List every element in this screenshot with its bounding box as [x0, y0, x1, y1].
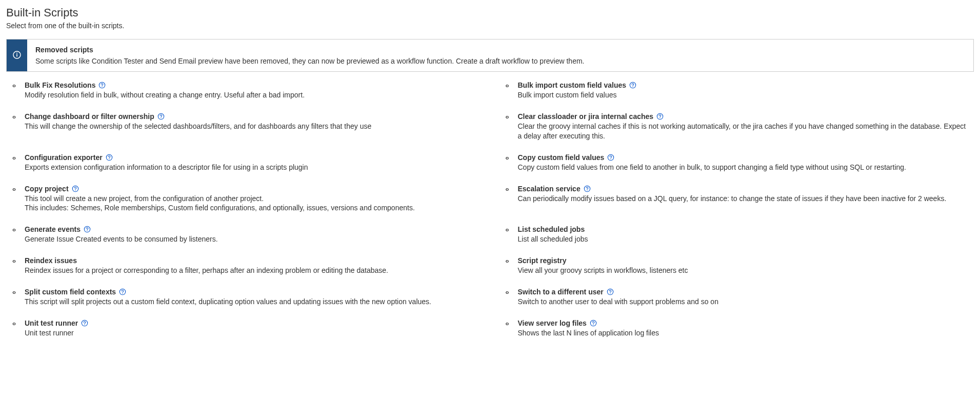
help-icon[interactable] — [157, 113, 165, 120]
script-item[interactable]: ‹›List scheduled jobsList all scheduled … — [506, 225, 968, 244]
script-title[interactable]: Script registry — [518, 256, 567, 265]
script-desc: Exports extension configuration informat… — [25, 163, 475, 172]
help-icon[interactable] — [629, 82, 636, 89]
help-icon[interactable] — [84, 226, 91, 233]
script-desc: Modify resolution field in bulk, without… — [25, 90, 475, 100]
script-title[interactable]: Change dashboard or filter ownership — [25, 112, 154, 121]
script-desc: List all scheduled jobs — [518, 234, 968, 244]
info-panel-title: Removed scripts — [35, 46, 585, 54]
help-icon[interactable] — [607, 154, 614, 161]
script-title[interactable]: Escalation service — [518, 185, 581, 193]
svg-point-14 — [611, 158, 611, 159]
script-arrow-icon: ‹› — [506, 113, 513, 121]
script-desc: Unit test runner — [25, 328, 475, 338]
script-item[interactable]: ‹›Bulk Fix ResolutionsModify resolution … — [12, 81, 475, 100]
svg-point-8 — [161, 117, 161, 118]
script-desc: This will change the ownership of the se… — [25, 122, 475, 131]
script-title[interactable]: View server log files — [518, 319, 587, 327]
script-arrow-icon: ‹› — [12, 186, 19, 193]
svg-point-24 — [610, 293, 610, 293]
script-item[interactable]: ‹›Clear classloader or jira internal cac… — [506, 112, 968, 141]
script-item[interactable]: ‹›Switch to a different userSwitch to an… — [506, 288, 968, 307]
script-arrow-icon: ‹› — [506, 320, 513, 327]
help-icon[interactable] — [98, 82, 106, 89]
script-arrow-icon: ‹› — [506, 289, 513, 296]
script-item[interactable]: ‹›Copy projectThis tool will create a ne… — [12, 185, 475, 213]
script-arrow-icon: ‹› — [506, 257, 513, 265]
info-panel: Removed scripts Some scripts like Condit… — [6, 39, 974, 72]
help-icon[interactable] — [607, 288, 614, 295]
script-item[interactable]: ‹›Change dashboard or filter ownershipTh… — [12, 112, 475, 141]
svg-point-26 — [85, 324, 85, 325]
svg-point-18 — [587, 190, 587, 190]
script-title[interactable]: Bulk import custom field values — [518, 81, 627, 89]
help-icon[interactable] — [584, 185, 591, 192]
script-item[interactable]: ‹›Script registryView all your groovy sc… — [506, 256, 968, 275]
script-title[interactable]: Copy project — [25, 185, 69, 193]
script-desc: This script will split projects out a cu… — [25, 297, 475, 307]
help-icon[interactable] — [656, 113, 664, 120]
info-panel-bar — [7, 39, 27, 71]
script-item[interactable]: ‹›Configuration exporterExports extensio… — [12, 153, 475, 172]
help-icon[interactable] — [81, 320, 88, 327]
script-desc: Reindex issues for a project or correspo… — [25, 266, 475, 275]
script-title[interactable]: Switch to a different user — [518, 288, 604, 296]
help-icon[interactable] — [106, 154, 113, 161]
svg-point-4 — [102, 86, 103, 87]
script-item[interactable]: ‹›View server log filesShows the last N … — [506, 319, 968, 338]
script-arrow-icon: ‹› — [506, 82, 513, 89]
script-arrow-icon: ‹› — [506, 186, 513, 193]
script-arrow-icon: ‹› — [12, 257, 19, 265]
script-item[interactable]: ‹›Copy custom field valuesCopy custom fi… — [506, 153, 968, 172]
help-icon[interactable] — [590, 320, 597, 327]
info-panel-body: Removed scripts Some scripts like Condit… — [27, 39, 593, 71]
script-desc: View all your groovy scripts in workflow… — [518, 266, 968, 275]
script-arrow-icon: ‹› — [506, 154, 513, 162]
script-title[interactable]: Copy custom field values — [518, 153, 605, 162]
script-desc: Switch to another user to deal with supp… — [518, 297, 968, 307]
script-arrow-icon: ‹› — [506, 226, 513, 233]
script-title[interactable]: Clear classloader or jira internal cache… — [518, 112, 654, 121]
script-desc: Generate Issue Created events to be cons… — [25, 234, 475, 244]
script-title[interactable]: Unit test runner — [25, 319, 78, 327]
script-item[interactable]: ‹›Reindex issuesReindex issues for a pro… — [12, 256, 475, 275]
script-item[interactable]: ‹›Bulk import custom field valuesBulk im… — [506, 81, 968, 100]
script-item[interactable]: ‹›Escalation serviceCan periodically mod… — [506, 185, 968, 213]
page-subtitle: Select from one of the built-in scripts. — [6, 22, 974, 30]
script-item[interactable]: ‹›Unit test runnerUnit test runner — [12, 319, 475, 338]
script-desc: Clear the groovy internal caches if this… — [518, 122, 968, 141]
help-icon[interactable] — [119, 288, 126, 295]
script-item[interactable]: ‹›Split custom field contextsThis script… — [12, 288, 475, 307]
svg-point-6 — [632, 86, 633, 87]
page-title: Built-in Scripts — [6, 6, 974, 19]
svg-point-20 — [87, 231, 87, 231]
script-title[interactable]: List scheduled jobs — [518, 225, 585, 233]
script-desc: Can periodically modify issues based on … — [518, 194, 968, 204]
scripts-grid: ‹›Bulk Fix ResolutionsModify resolution … — [6, 81, 974, 338]
help-icon[interactable] — [72, 185, 79, 192]
info-panel-text: Some scripts like Condition Tester and S… — [35, 57, 585, 65]
script-arrow-icon: ‹› — [12, 226, 19, 233]
script-title[interactable]: Configuration exporter — [25, 153, 103, 162]
script-desc: Bulk import custom field values — [518, 90, 968, 100]
svg-point-22 — [122, 293, 123, 293]
svg-rect-2 — [16, 54, 17, 56]
script-arrow-icon: ‹› — [12, 82, 19, 89]
script-desc: Copy custom field values from one field … — [518, 163, 968, 172]
script-arrow-icon: ‹› — [12, 289, 19, 296]
svg-point-28 — [593, 324, 593, 325]
info-icon — [13, 51, 21, 61]
script-arrow-icon: ‹› — [12, 320, 19, 327]
script-desc: This tool will create a new project, fro… — [25, 194, 475, 213]
script-arrow-icon: ‹› — [12, 113, 19, 121]
script-title[interactable]: Split custom field contexts — [25, 288, 116, 296]
script-title[interactable]: Bulk Fix Resolutions — [25, 81, 95, 89]
svg-point-1 — [16, 52, 17, 53]
script-desc: Shows the last N lines of application lo… — [518, 328, 968, 338]
script-item[interactable]: ‹›Generate eventsGenerate Issue Created … — [12, 225, 475, 244]
svg-point-16 — [75, 190, 75, 190]
script-title[interactable]: Generate events — [25, 225, 81, 233]
script-title[interactable]: Reindex issues — [25, 256, 77, 265]
svg-point-10 — [659, 117, 660, 118]
script-arrow-icon: ‹› — [12, 154, 19, 162]
